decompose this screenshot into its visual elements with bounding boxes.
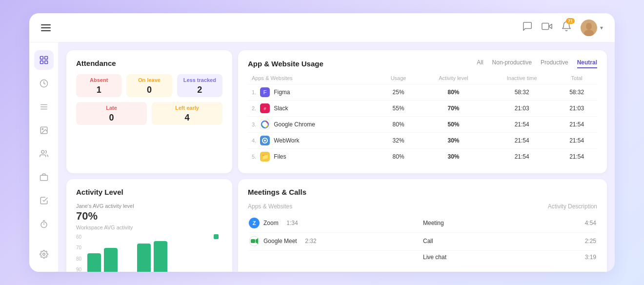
bell-icon[interactable]: 71 (561, 21, 572, 34)
svg-text:Z: Z (253, 220, 256, 226)
attendance-card: Attendance Absent 1 On leave 0 Less trac… (66, 50, 232, 173)
svg-rect-34 (251, 239, 255, 243)
app-total-2: 21:54 (556, 117, 597, 133)
svg-rect-16 (40, 175, 47, 181)
video-icon[interactable] (542, 21, 552, 34)
leftearly-badge: Left early 4 (152, 102, 222, 125)
app-name-0: Figma (274, 89, 290, 96)
sidebar-item-team[interactable] (34, 144, 54, 163)
app-name-cell-1: 2. # Slack (248, 101, 377, 117)
sidebar-item-time[interactable] (34, 74, 54, 93)
avatar-image (581, 20, 597, 36)
header-right: 71 ▾ (522, 20, 603, 36)
absent-count: 1 (81, 85, 117, 95)
svg-rect-1 (542, 23, 549, 30)
chat-icon[interactable] (522, 21, 533, 34)
user-avatar[interactable]: ▾ (581, 20, 603, 36)
sidebar-item-settings[interactable] (34, 244, 54, 264)
tab-nonproductive[interactable]: Non-productive (492, 59, 532, 68)
tab-neutral[interactable]: Neutral (577, 59, 597, 68)
attendance-bottom-row: Late 0 Left early 4 (76, 102, 222, 125)
meeting-app-time-0: 1:34 (282, 220, 298, 226)
meeting-desc-time-0: 4:54 (585, 220, 596, 226)
usage-header: App & Website Usage All Non-productive P… (248, 59, 597, 68)
header: 71 ▾ (29, 13, 615, 42)
onleave-label: On leave (131, 77, 167, 83)
app-name-cell-2: 3. Google Chrome (248, 117, 377, 133)
svg-marker-0 (549, 24, 552, 28)
sidebar-item-list[interactable] (34, 97, 54, 117)
chart-legend-dot (214, 234, 219, 239)
svg-rect-8 (40, 61, 43, 64)
meeting-app-name-0: Zoom (263, 220, 279, 226)
app-usage-card: App & Website Usage All Non-productive P… (238, 50, 607, 173)
table-row: 1. F Figma 25% 80% 58:32 58:32 (248, 84, 597, 101)
app-activity-2: 50% (420, 117, 487, 133)
tab-productive[interactable]: Productive (541, 59, 568, 68)
app-total-3: 21:54 (556, 133, 597, 149)
app-name-cell-3: 4. WebWork (248, 133, 377, 149)
meeting-desc-time-2: 3:19 (585, 254, 596, 261)
app-usage-4: 80% (377, 149, 420, 165)
absent-badge: Absent 1 (76, 74, 121, 97)
app-total-4: 21:54 (556, 149, 597, 165)
chart-bar-0 (87, 253, 101, 272)
meeting-app-cell-1: Google Meet 2:32 (249, 232, 422, 249)
svg-rect-5 (40, 57, 43, 60)
meetings-title: Meetings & Calls (248, 188, 597, 196)
chart-bar-3 (137, 244, 151, 272)
col-activity: Activity level (420, 73, 487, 84)
leftearly-label: Left early (157, 105, 218, 111)
app-name-2: Google Chrome (274, 121, 315, 128)
sidebar-item-checklist[interactable] (34, 191, 54, 210)
usage-table: Apps & Websites Usage Activity level Ina… (248, 73, 597, 164)
app-usage-2: 80% (377, 117, 420, 133)
meeting-row-2: Live chat 3:19 (249, 250, 596, 264)
hamburger-menu[interactable] (41, 24, 51, 31)
meeting-desc-0: Meeting (423, 220, 444, 226)
app-usage-3: 32% (377, 133, 420, 149)
meeting-row-0: Z Zoom 1:34 Meeting 4:54 (249, 215, 596, 231)
sidebar-item-image[interactable] (34, 121, 54, 140)
svg-point-15 (41, 150, 44, 153)
table-row: 4. WebWork 32% 30% 21:54 21:54 (248, 133, 597, 149)
svg-point-28 (264, 140, 266, 142)
app-name-cell-0: 1. F Figma (248, 84, 377, 101)
app-icon-0: F (260, 87, 270, 97)
app-name-cell-4: 5. 📁 Files (248, 149, 377, 165)
onleave-count: 0 (131, 85, 167, 95)
app-icon-2 (260, 120, 270, 129)
app-activity-1: 70% (420, 101, 487, 117)
svg-text:F: F (263, 89, 267, 95)
sidebar-item-briefcase[interactable] (34, 167, 54, 187)
main-container: 71 ▾ (29, 13, 615, 272)
svg-point-19 (42, 253, 45, 256)
table-row: 3. Google Chrome 80% 50% 21:54 21:54 (248, 117, 597, 133)
meeting-desc-time-1: 2:25 (585, 238, 596, 244)
app-inactive-0: 58:32 (487, 84, 556, 101)
usage-title: App & Website Usage (248, 60, 323, 68)
chevron-down-icon: ▾ (600, 24, 603, 31)
meetings-col2: Activity Description (548, 203, 597, 210)
meetings-table: Z Zoom 1:34 Meeting 4:54 Google Meet 2:3… (248, 214, 597, 265)
late-badge: Late 0 (76, 102, 147, 125)
tab-all[interactable]: All (477, 59, 483, 68)
app-inactive-2: 21:54 (487, 117, 556, 133)
sidebar-item-stopwatch[interactable] (34, 214, 54, 234)
activity-level-card: Activity Level Jane's AVG activity level… (66, 179, 232, 272)
meeting-desc-2: Live chat (423, 254, 446, 261)
activity-info: Jane's AVG activity level 70% Workspace … (76, 203, 222, 230)
app-inactive-4: 21:54 (487, 149, 556, 165)
meeting-app-time-1: 2:32 (301, 238, 317, 244)
app-total-0: 58:32 (556, 84, 597, 101)
col-total: Total (556, 73, 597, 84)
table-row: 2. # Slack 55% 70% 21:03 21:03 (248, 101, 597, 117)
activity-title: Activity Level (76, 188, 222, 196)
sidebar-item-dashboard[interactable] (34, 50, 54, 70)
avg-value: 70% (76, 210, 222, 223)
meeting-icon-1 (249, 236, 260, 246)
app-icon-4: 📁 (260, 152, 270, 162)
app-activity-4: 30% (420, 149, 487, 165)
app-usage-0: 25% (377, 84, 420, 101)
meeting-desc-cell-1: Call 2:25 (423, 232, 596, 249)
